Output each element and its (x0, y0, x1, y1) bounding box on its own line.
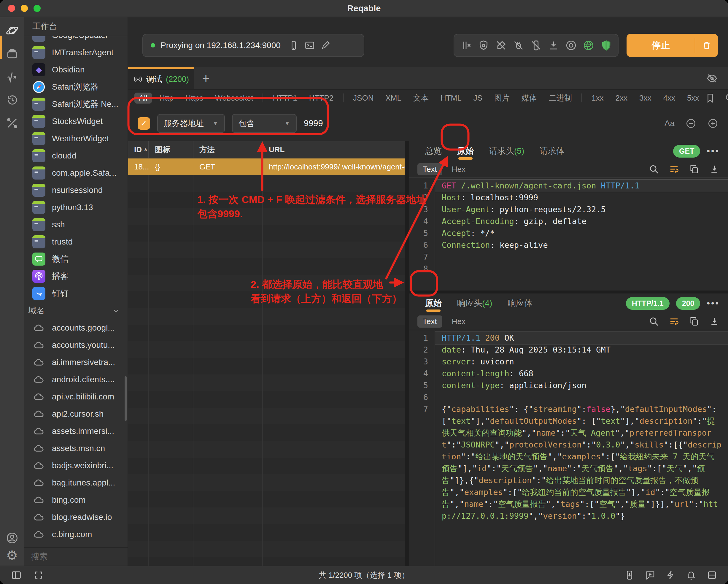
add-filter-icon[interactable] (707, 118, 719, 129)
debug-off-icon[interactable] (513, 40, 524, 51)
trash-icon[interactable] (695, 34, 718, 57)
sidebar-scrollbar[interactable] (125, 376, 127, 421)
tab-response-raw[interactable]: 原始 (417, 294, 449, 313)
zoom-window-button[interactable] (33, 5, 41, 12)
filter-chip-js[interactable]: JS (469, 93, 487, 104)
filter-chip-all[interactable]: All (134, 93, 152, 104)
filter-chip-websocket[interactable]: Websocket (211, 93, 258, 104)
filter-chip-二进制[interactable]: 二进制 (544, 92, 576, 104)
search-icon[interactable] (649, 316, 659, 327)
sidebar-item-app[interactable]: nsurlsessiond (24, 182, 128, 199)
filter-chip-html[interactable]: HTML (436, 93, 466, 104)
download-har-icon[interactable] (548, 40, 560, 51)
sidebar-item-domain[interactable]: ai.immersivetra... (24, 354, 128, 371)
sidebar-item-domain[interactable]: bag.itunes.appl... (24, 474, 128, 491)
sidebar-item-app[interactable]: 微信 (24, 251, 128, 268)
column-header-method[interactable]: 方法 (193, 141, 263, 158)
sidebar-item-app[interactable]: trustd (24, 233, 128, 251)
tab-request-raw[interactable]: 原始 (449, 141, 482, 161)
notifications-bell-icon[interactable] (686, 570, 697, 580)
vpn-shield-icon[interactable] (600, 40, 612, 51)
sidebar-item-app[interactable]: ssh (24, 216, 128, 233)
account-icon[interactable] (5, 531, 19, 545)
word-wrap-icon[interactable] (669, 316, 679, 327)
split-handle-horizontal[interactable] (409, 290, 728, 294)
sidebar-item-app[interactable]: Safari浏览器 (24, 78, 128, 96)
sidebar-item-domain[interactable]: assets.immersi... (24, 423, 128, 440)
more-options-icon[interactable]: ••• (707, 146, 720, 156)
network-check-icon[interactable] (583, 40, 595, 51)
sidebar-item-domain[interactable]: badjs.weixinbri... (24, 457, 128, 474)
view-tab-hex[interactable]: Hex (446, 163, 471, 175)
tools-icon[interactable] (0, 111, 24, 135)
record-limit-icon[interactable] (565, 40, 577, 51)
feedback-icon[interactable] (645, 570, 656, 580)
sidebar-item-domain[interactable]: api2.cursor.sh (24, 405, 128, 423)
stop-button[interactable]: 停止 (627, 34, 718, 57)
split-handle-vertical[interactable] (405, 141, 409, 566)
sidebar-item-app[interactable]: GoogleUpdater (24, 36, 128, 44)
column-header-icon[interactable]: 图标 (149, 141, 193, 158)
tab-debug-session[interactable]: 调试(2200) (128, 67, 194, 89)
filter-chip-4xx[interactable]: 4xx (658, 93, 679, 104)
minimize-window-button[interactable] (21, 5, 28, 12)
sidebar-item-domain[interactable]: blog.readwise.io (24, 509, 128, 526)
fullscreen-icon[interactable] (33, 570, 44, 580)
view-tab-text[interactable]: Text (417, 163, 442, 175)
filter-chip-https[interactable]: Https (181, 93, 208, 104)
edit-icon[interactable] (320, 40, 331, 50)
tab-request-overview[interactable]: 总览 (417, 141, 449, 161)
filter-chip-http1[interactable]: HTTP1 (268, 93, 302, 104)
history-icon[interactable] (0, 88, 24, 111)
filter-enabled-checkbox[interactable]: ✓ (138, 117, 150, 130)
close-window-button[interactable] (8, 5, 15, 12)
copy-icon[interactable] (689, 316, 700, 327)
tab-response-headers[interactable]: 响应头(4) (449, 294, 500, 313)
match-case-toggle[interactable]: Aa (665, 119, 675, 128)
search-icon[interactable] (649, 164, 659, 175)
bookmark-icon[interactable] (705, 93, 716, 103)
sidebar-item-app[interactable]: Safari浏览器 Ne... (24, 96, 128, 113)
sidebar-item-domain[interactable]: accounts.googl... (24, 319, 128, 336)
filter-chip-json[interactable]: JSON (348, 93, 378, 104)
remove-filter-icon[interactable] (685, 118, 697, 129)
filter-chip-2xx[interactable]: 2xx (611, 93, 632, 104)
filter-field-dropdown[interactable]: 服务器地址 ▼ (157, 114, 225, 133)
request-raw-view[interactable]: 1GET /.well-known/agent-card.json HTTP/1… (409, 178, 728, 290)
script-icon[interactable] (0, 65, 24, 88)
sidebar-item-app[interactable]: cloudd (24, 147, 128, 164)
tab-response-body[interactable]: 响应体 (500, 294, 540, 313)
filter-chip-文本[interactable]: 文本 (409, 92, 433, 104)
download-icon[interactable] (709, 316, 720, 327)
sidebar-item-app[interactable]: WeatherWidget (24, 130, 128, 147)
filter-chip-xml[interactable]: XML (381, 93, 406, 104)
certificate-lock-icon[interactable] (477, 40, 490, 51)
word-wrap-icon[interactable] (669, 164, 679, 175)
tab-request-body[interactable]: 请求体 (532, 141, 572, 161)
filter-chip-http2[interactable]: HTTP2 (305, 93, 338, 104)
domains-section-header[interactable]: 域名 (24, 302, 128, 319)
proxy-status-pill[interactable]: Proxying on 192.168.1.234:9000 (142, 34, 364, 57)
table-row-selected[interactable]: 18... {} GET http://localhost:9999/.well… (128, 158, 405, 175)
layout-rows-icon[interactable] (707, 570, 717, 580)
filter-value-input[interactable]: 9999 (304, 119, 323, 128)
sidebar-item-app[interactable]: com.apple.Safa... (24, 164, 128, 182)
terminal-icon[interactable] (304, 40, 315, 51)
device-sync-icon[interactable] (624, 570, 635, 580)
more-options-icon[interactable]: ••• (707, 298, 720, 308)
download-icon[interactable] (709, 164, 720, 175)
sidebar-item-app[interactable]: StocksWidget (24, 113, 128, 130)
filter-chip-图片[interactable]: 图片 (490, 92, 514, 104)
copy-icon[interactable] (689, 164, 700, 175)
sidebar-item-app[interactable]: ◆Obsidian (24, 61, 128, 78)
performance-bolt-icon[interactable] (666, 570, 676, 580)
sidebar-item-domain[interactable]: c.bing.com (24, 526, 128, 543)
sidebar-item-domain[interactable]: android.clients.... (24, 371, 128, 388)
column-header-url[interactable]: URL (263, 141, 405, 158)
phone-icon[interactable] (288, 40, 299, 51)
toggle-sidebar-icon[interactable] (11, 569, 22, 581)
sidebar-item-domain[interactable]: accounts.youtu... (24, 336, 128, 354)
view-tab-text[interactable]: Text (417, 315, 442, 328)
view-tab-hex[interactable]: Hex (446, 315, 471, 328)
filter-chip-3xx[interactable]: 3xx (635, 93, 656, 104)
